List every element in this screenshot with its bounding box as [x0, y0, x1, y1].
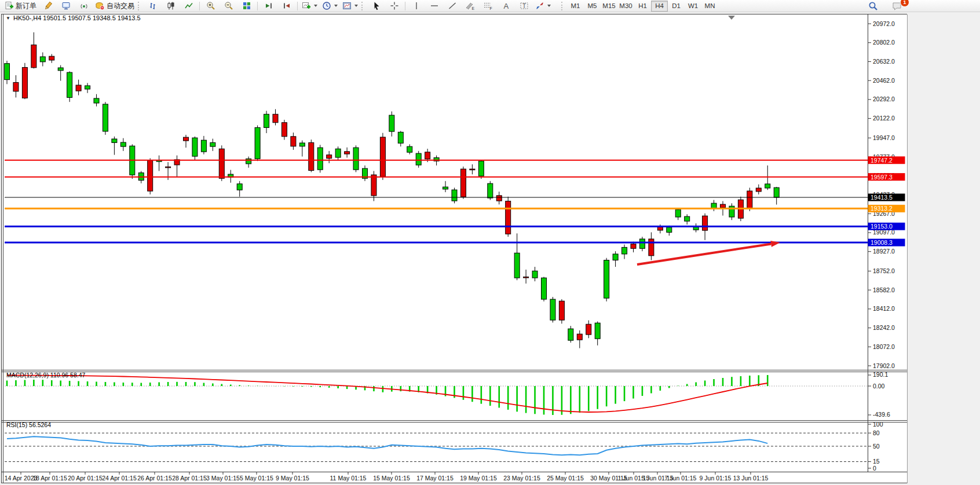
chevron-down-icon — [334, 5, 338, 7]
symbol-dropdown-icon[interactable]: ▼ — [6, 16, 10, 21]
templates-button[interactable] — [340, 0, 360, 12]
chart-title: HK50-,H4 19501.5 19507.5 19348.5 19413.5 — [13, 14, 141, 21]
date-label: 9 May 01:15 — [276, 475, 309, 482]
toolbar-separator — [405, 2, 405, 10]
timeframe-button-D1[interactable]: D1 — [668, 1, 685, 12]
date-label: 15 May 01:15 — [373, 475, 410, 482]
line-chart-icon — [184, 1, 193, 10]
main-toolbar: 新订单 自动交易 — [0, 0, 980, 12]
zoom-in-button[interactable] — [202, 0, 220, 12]
toolbar-right-group: 1 — [864, 0, 980, 12]
candlestick — [604, 258, 609, 302]
price-line-badge: 19747.2 — [868, 156, 905, 164]
date-label: 25 May 01:15 — [547, 475, 584, 482]
new-order-icon — [5, 1, 14, 10]
candlestick — [255, 126, 260, 161]
text-label-tool[interactable]: T — [515, 0, 533, 12]
candlestick-chart-button[interactable] — [162, 0, 180, 12]
timeframe-button-H4[interactable]: H4 — [651, 1, 668, 12]
fibonacci-tool[interactable]: F — [479, 0, 497, 12]
equidistant-channel-tool[interactable]: E — [461, 0, 479, 12]
tile-windows-button[interactable] — [237, 0, 255, 12]
svg-text:E: E — [472, 6, 475, 10]
timeframe-button-W1[interactable]: W1 — [685, 1, 701, 12]
autotrading-icon — [95, 1, 105, 10]
price-line-badge: 19413.5 — [868, 194, 905, 201]
candlestick — [219, 145, 224, 181]
candlestick — [67, 71, 72, 102]
cursor-icon — [372, 1, 381, 10]
horizontal-line-tool[interactable] — [425, 0, 443, 12]
text-icon: A — [502, 1, 511, 10]
autotrading-button[interactable]: 自动交易 — [93, 0, 137, 12]
crosshair-button[interactable] — [385, 0, 403, 12]
new-order-button[interactable]: 新订单 — [2, 0, 39, 12]
toolbar-drag-handle[interactable] — [138, 2, 141, 10]
chart-canvas[interactable]: 20972.020802.020632.020462.020292.020122… — [0, 0, 980, 485]
text-label-icon: T — [520, 1, 529, 10]
date-label: 3 May 01:15 — [206, 475, 240, 482]
timeframe-button-MN[interactable]: MN — [701, 1, 718, 12]
date-label: 24 Apr 01:15 — [102, 475, 137, 482]
candlestick — [460, 167, 466, 199]
date-label: 7 Jun 01:15 — [665, 475, 697, 482]
signals-button[interactable] — [75, 0, 93, 12]
candlestick-icon — [166, 1, 175, 10]
price-tick-label: 20122.0 — [873, 115, 895, 122]
arrows-icon — [535, 1, 544, 10]
timeframe-button-M15[interactable]: M15 — [601, 1, 617, 12]
price-tick-label: 18752.0 — [873, 267, 895, 274]
bar-chart-button[interactable] — [144, 0, 162, 12]
timeframe-button-M5[interactable]: M5 — [584, 1, 601, 12]
styles-button[interactable] — [39, 0, 57, 12]
macd-label: MACD(12,26,9) 110.96 58.47 — [6, 372, 86, 379]
periods-button[interactable] — [320, 0, 340, 12]
search-button[interactable] — [864, 0, 882, 12]
trendline-tool[interactable] — [443, 0, 461, 12]
price-line-badge: 19597.3 — [868, 173, 905, 181]
crayon-icon — [43, 1, 53, 10]
candlestick — [317, 145, 323, 172]
text-tool[interactable]: A — [497, 0, 515, 12]
toolbar-drag-handle[interactable] — [561, 2, 565, 10]
svg-text:19153.0: 19153.0 — [871, 223, 893, 230]
date-label: 26 Apr 01:15 — [137, 475, 172, 482]
arrows-tool[interactable] — [533, 0, 553, 12]
clock-icon — [322, 1, 331, 10]
candlestick — [550, 297, 555, 322]
monitor-icon — [61, 1, 71, 10]
timeframe-button-M30[interactable]: M30 — [617, 1, 634, 12]
indicators-icon — [302, 1, 311, 10]
price-tick-label: 18412.0 — [873, 305, 895, 312]
terminal-button[interactable] — [57, 0, 75, 12]
crosshair-icon — [390, 1, 399, 10]
timeframe-button-H1[interactable]: H1 — [634, 1, 651, 12]
candlestick — [380, 133, 385, 180]
chart-shift-button[interactable] — [277, 0, 295, 12]
zoom-out-button[interactable] — [220, 0, 237, 12]
price-tick-label: 20462.0 — [873, 77, 895, 84]
macd-tick-label: -439.6 — [873, 411, 890, 418]
rsi-tick-label: 15 — [873, 458, 880, 465]
fibonacci-icon: F — [483, 1, 493, 10]
line-chart-button[interactable] — [180, 0, 198, 12]
signal-icon — [79, 1, 89, 10]
cursor-button[interactable] — [367, 0, 385, 12]
price-line-badge: 19008.3 — [868, 239, 905, 247]
toolbar-drag-handle[interactable] — [361, 2, 365, 10]
vertical-line-tool[interactable] — [407, 0, 425, 12]
indicators-button[interactable] — [299, 0, 320, 12]
svg-text:19597.3: 19597.3 — [871, 174, 893, 181]
timeframe-button-M1[interactable]: M1 — [567, 1, 584, 12]
price-tick-label: 18927.0 — [873, 248, 895, 255]
price-tick-label: 20292.0 — [873, 95, 895, 102]
notifications-button[interactable]: 1 — [888, 0, 906, 12]
toolbar-separator — [297, 2, 298, 10]
date-label: 13 Jun 01:15 — [733, 475, 769, 482]
date-label: 23 May 01:15 — [503, 475, 540, 482]
date-label: 18 Apr 01:15 — [32, 475, 67, 482]
svg-text:19313.2: 19313.2 — [871, 205, 893, 212]
auto-scroll-button[interactable] — [259, 0, 277, 12]
chevron-down-icon — [354, 5, 358, 7]
date-label: 28 Apr 01:15 — [172, 475, 207, 482]
